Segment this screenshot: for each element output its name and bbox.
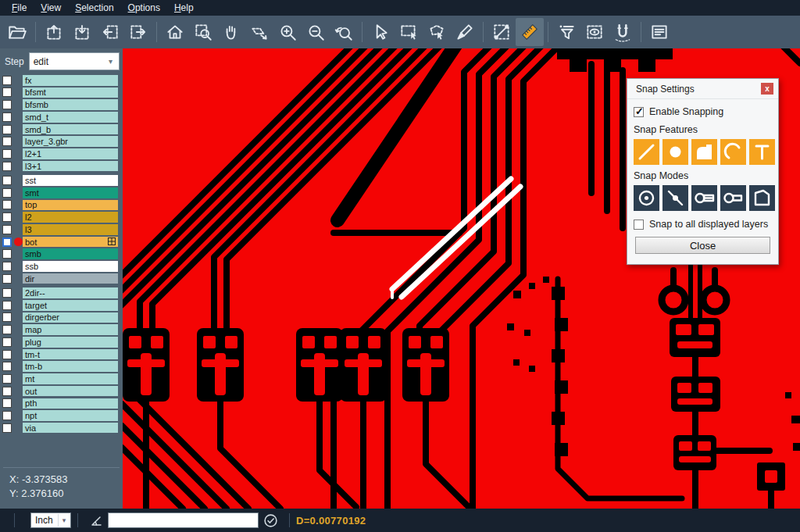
filter-button[interactable] bbox=[552, 18, 580, 46]
panel-list-button[interactable] bbox=[645, 18, 673, 46]
layer-checkbox-plug[interactable] bbox=[2, 337, 12, 347]
dialog-close-action-button[interactable]: Close bbox=[635, 237, 770, 254]
snap-feature-arc-button[interactable] bbox=[720, 139, 746, 165]
open-button[interactable] bbox=[3, 18, 31, 46]
measure-line-button[interactable] bbox=[488, 18, 516, 46]
snap-feature-line-button[interactable] bbox=[634, 139, 659, 165]
layer-label-bfsmb[interactable]: bfsmb bbox=[23, 99, 118, 110]
measure-input[interactable] bbox=[108, 512, 259, 528]
select-polygon-button[interactable] bbox=[423, 18, 451, 46]
menu-file[interactable]: File bbox=[5, 1, 34, 15]
export-left-button[interactable] bbox=[96, 18, 124, 46]
layer-checkbox-bot[interactable] bbox=[2, 237, 12, 247]
layer-label-plug[interactable]: plug bbox=[23, 337, 118, 348]
dialog-close-button[interactable]: x bbox=[761, 83, 773, 95]
snap-feature-surface-button[interactable] bbox=[691, 139, 717, 165]
layer-label-ssb[interactable]: ssb bbox=[23, 261, 118, 272]
layer-label-map[interactable]: map bbox=[23, 324, 118, 335]
pcb-canvas[interactable]: Snap Settings x Enable Snapping Snap Fea… bbox=[123, 48, 800, 509]
snap-mode-center-button[interactable] bbox=[634, 185, 659, 211]
layer-label-l2+1[interactable]: l2+1 bbox=[23, 148, 118, 159]
layer-checkbox-l2[interactable] bbox=[2, 212, 12, 222]
layer-checkbox-l3[interactable] bbox=[2, 225, 12, 234]
layer-label-smd_b[interactable]: smd_b bbox=[23, 124, 118, 135]
snap-mode-pad-outline-button[interactable] bbox=[720, 185, 746, 211]
layer-label-2dir--[interactable]: 2dir-- bbox=[23, 287, 118, 298]
layer-checkbox-npt[interactable] bbox=[2, 411, 12, 420]
layer-label-via[interactable]: via bbox=[23, 423, 118, 434]
layer-label-l3[interactable]: l3 bbox=[23, 224, 118, 235]
layer-checkbox-dirgerber[interactable] bbox=[2, 312, 12, 322]
layer-label-l3+1[interactable]: l3+1 bbox=[23, 161, 118, 172]
layer-label-smt[interactable]: smt bbox=[23, 187, 118, 198]
layer-label-layer_3.gbr[interactable]: layer_3.gbr bbox=[23, 136, 118, 147]
select-rectangle-button[interactable] bbox=[395, 18, 423, 46]
snap-feature-text-button[interactable] bbox=[749, 139, 775, 165]
import-up-button[interactable] bbox=[40, 18, 68, 46]
layer-checkbox-l3+1[interactable] bbox=[2, 162, 12, 171]
dialog-title-bar[interactable]: Snap Settings x bbox=[627, 79, 778, 99]
menu-view[interactable]: View bbox=[34, 1, 68, 15]
snap-feature-pad-button[interactable] bbox=[662, 139, 688, 165]
snap-all-layers-checkbox[interactable] bbox=[634, 220, 644, 230]
layer-checkbox-target[interactable] bbox=[2, 301, 12, 310]
layer-label-top[interactable]: top bbox=[23, 200, 118, 211]
zoom-area-button[interactable] bbox=[189, 18, 217, 46]
layer-checkbox-tm-b[interactable] bbox=[2, 362, 12, 371]
layer-checkbox-top[interactable] bbox=[2, 200, 12, 209]
layer-checkbox-bfsmt[interactable] bbox=[2, 87, 12, 97]
layer-checkbox-smd_b[interactable] bbox=[2, 125, 12, 134]
layer-checkbox-pth[interactable] bbox=[2, 398, 12, 408]
move-shape-button[interactable] bbox=[245, 18, 273, 46]
snap-mode-surface-corner-button[interactable] bbox=[749, 185, 775, 211]
clean-button[interactable] bbox=[451, 18, 479, 46]
layer-checkbox-mt[interactable] bbox=[2, 374, 12, 384]
layer-label-smd_t[interactable]: smd_t bbox=[23, 112, 118, 123]
layer-label-bfsmt[interactable]: bfsmt bbox=[23, 87, 118, 98]
layer-checkbox-out[interactable] bbox=[2, 387, 12, 396]
layer-checkbox-smd_t[interactable] bbox=[2, 112, 12, 122]
pan-button[interactable] bbox=[217, 18, 245, 46]
layer-label-smb[interactable]: smb bbox=[23, 248, 118, 259]
snap-mode-line-point-button[interactable] bbox=[662, 185, 688, 211]
layer-checkbox-via[interactable] bbox=[2, 423, 12, 433]
layer-label-bot[interactable]: bot bbox=[23, 237, 118, 248]
layer-checkbox-sst[interactable] bbox=[2, 176, 12, 185]
layer-label-mt[interactable]: mt bbox=[23, 373, 118, 384]
layer-checkbox-ssb[interactable] bbox=[2, 262, 12, 271]
enable-snapping-checkbox[interactable] bbox=[634, 107, 644, 117]
select-button[interactable] bbox=[366, 18, 395, 46]
layer-label-l2[interactable]: l2 bbox=[23, 212, 118, 223]
zoom-in-button[interactable] bbox=[273, 18, 302, 46]
snap-mode-pad-axis-button[interactable] bbox=[691, 185, 717, 211]
view-region-button[interactable] bbox=[580, 18, 609, 46]
layer-label-sst[interactable]: sst bbox=[23, 175, 118, 186]
layer-checkbox-map[interactable] bbox=[2, 325, 12, 334]
layer-checkbox-fx[interactable] bbox=[2, 76, 12, 85]
zoom-previous-button[interactable] bbox=[330, 18, 358, 46]
layer-label-dir[interactable]: dir bbox=[23, 273, 118, 284]
snap-magnet-button[interactable] bbox=[609, 18, 637, 46]
layer-checkbox-tm-t[interactable] bbox=[2, 350, 12, 359]
zoom-out-button[interactable] bbox=[302, 18, 330, 46]
layer-checkbox-bfsmb[interactable] bbox=[2, 100, 12, 109]
layer-label-tm-b[interactable]: tm-b bbox=[23, 361, 118, 372]
layer-checkbox-smt[interactable] bbox=[2, 188, 12, 198]
layer-checkbox-layer_3.gbr[interactable] bbox=[2, 137, 12, 146]
home-view-button[interactable] bbox=[161, 18, 189, 46]
layer-label-out[interactable]: out bbox=[23, 386, 118, 397]
layer-checkbox-2dir--[interactable] bbox=[2, 288, 12, 298]
layer-label-dirgerber[interactable]: dirgerber bbox=[23, 312, 118, 323]
step-select[interactable]: edit ▾ bbox=[29, 52, 120, 70]
layer-label-target[interactable]: target bbox=[23, 300, 118, 311]
layer-label-tm-t[interactable]: tm-t bbox=[23, 349, 118, 360]
layer-label-npt[interactable]: npt bbox=[23, 410, 118, 421]
apply-check-icon[interactable] bbox=[263, 513, 278, 528]
unit-select[interactable]: Inch ▾ bbox=[30, 512, 71, 528]
menu-help[interactable]: Help bbox=[167, 1, 201, 15]
ruler-button[interactable] bbox=[516, 18, 544, 46]
menu-options[interactable]: Options bbox=[121, 1, 167, 15]
menu-selection[interactable]: Selection bbox=[68, 1, 120, 15]
layer-checkbox-smb[interactable] bbox=[2, 249, 12, 259]
export-right-button[interactable] bbox=[124, 18, 152, 46]
